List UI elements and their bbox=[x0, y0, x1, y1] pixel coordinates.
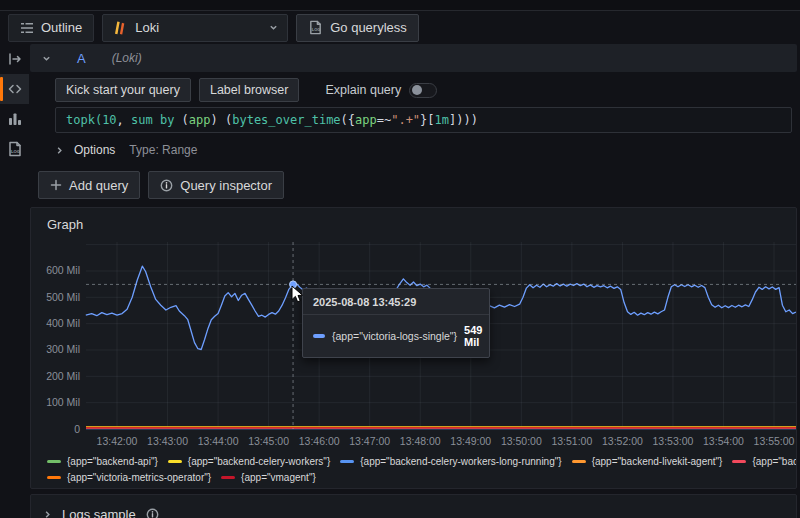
sidebar-item-logs[interactable]: LOG bbox=[0, 134, 29, 164]
svg-text:200 Mil: 200 Mil bbox=[46, 370, 80, 382]
legend-series-label: {app="vmagent"} bbox=[241, 472, 316, 483]
svg-text:13:42:00: 13:42:00 bbox=[97, 435, 138, 447]
legend-item[interactable]: {app="backend-celery-workers"} bbox=[168, 456, 330, 467]
legend-series-marker bbox=[572, 460, 586, 463]
svg-text:13:43:00: 13:43:00 bbox=[147, 435, 188, 447]
legend-item[interactable]: {app="backend-ws"} bbox=[732, 456, 796, 467]
legend-series-marker bbox=[732, 460, 746, 463]
tooltip-series-marker bbox=[313, 334, 325, 338]
logs-sample-label: Logs sample bbox=[62, 507, 136, 518]
svg-text:0: 0 bbox=[74, 423, 80, 435]
label-browser-button[interactable]: Label browser bbox=[199, 78, 300, 102]
mouse-cursor bbox=[291, 285, 304, 307]
svg-text:400 Mil: 400 Mil bbox=[46, 317, 80, 329]
sidebar-item-collapse[interactable] bbox=[0, 44, 29, 74]
queryless-log-icon: LOG bbox=[308, 20, 323, 35]
query-collapse-chevron-icon[interactable] bbox=[42, 54, 51, 63]
graph-legend: {app="backend-api"}{app="backend-celery-… bbox=[47, 453, 796, 485]
logs-sample-section[interactable]: Logs sample bbox=[30, 494, 797, 518]
query-actions: Add query Query inspector bbox=[38, 171, 797, 199]
chevron-down-icon bbox=[269, 23, 278, 32]
legend-series-label: {app="victoria-metrics-operator"} bbox=[67, 472, 211, 483]
explore-toolbar: Outline Loki LOG Go queryless bbox=[0, 11, 800, 44]
svg-text:13:49:00: 13:49:00 bbox=[450, 435, 491, 447]
svg-text:13:44:00: 13:44:00 bbox=[198, 435, 239, 447]
explain-query-label: Explain query bbox=[325, 83, 401, 97]
tooltip-series-label: {app="victoria-logs-single"} bbox=[332, 330, 457, 342]
legend-row: {app="backend-api"}{app="backend-celery-… bbox=[47, 453, 796, 469]
outline-button[interactable]: Outline bbox=[8, 14, 94, 42]
query-inspector-button[interactable]: Query inspector bbox=[148, 171, 284, 199]
svg-text:300 Mil: 300 Mil bbox=[46, 343, 80, 355]
svg-text:LOG: LOG bbox=[11, 149, 20, 154]
svg-text:13:54:00: 13:54:00 bbox=[703, 435, 744, 447]
svg-text:LOG: LOG bbox=[312, 27, 321, 32]
toggle-knob bbox=[412, 85, 422, 95]
window-top-strip bbox=[0, 0, 800, 11]
svg-text:600 Mil: 600 Mil bbox=[46, 264, 80, 276]
plus-icon bbox=[50, 179, 62, 191]
label-browser-label: Label browser bbox=[210, 83, 289, 97]
legend-series-label: {app="backend-api"} bbox=[67, 456, 158, 467]
graph-tooltip: 2025-08-08 13:45:29 {app="victoria-logs-… bbox=[302, 288, 490, 358]
loki-logo-icon bbox=[112, 20, 127, 35]
query-ref-id: A bbox=[77, 51, 86, 66]
legend-series-marker bbox=[47, 476, 61, 479]
query-editor-toolbar: Kick start your query Label browser Expl… bbox=[55, 78, 797, 102]
sidebar-item-code-editor[interactable] bbox=[0, 74, 29, 104]
query-inspector-label: Query inspector bbox=[180, 178, 272, 193]
query-options-row[interactable]: Options Type: Range bbox=[55, 138, 792, 162]
add-query-label: Add query bbox=[69, 178, 128, 193]
legend-series-label: {app="backend-celery-workers-long-runnin… bbox=[360, 456, 561, 467]
legend-item[interactable]: {app="vmagent"} bbox=[221, 472, 316, 483]
kickstart-query-button[interactable]: Kick start your query bbox=[55, 78, 191, 102]
svg-text:13:55:00: 13:55:00 bbox=[754, 435, 795, 447]
add-query-button[interactable]: Add query bbox=[38, 171, 140, 199]
info-icon bbox=[160, 179, 173, 192]
query-expression-text: topk(10, sum by (app) (bytes_over_time({… bbox=[66, 113, 478, 127]
legend-series-marker bbox=[47, 460, 61, 463]
svg-text:13:48:00: 13:48:00 bbox=[400, 435, 441, 447]
logs-icon: LOG bbox=[7, 141, 23, 157]
legend-series-label: {app="backend-celery-workers"} bbox=[188, 456, 330, 467]
datasource-picker[interactable]: Loki bbox=[102, 14, 288, 42]
legend-item[interactable]: {app="backend-celery-workers-long-runnin… bbox=[340, 456, 561, 467]
query-row-header: A (Loki) bbox=[30, 44, 797, 72]
outline-button-label: Outline bbox=[41, 20, 82, 35]
svg-text:13:52:00: 13:52:00 bbox=[602, 435, 643, 447]
query-datasource-hint: (Loki) bbox=[112, 51, 142, 65]
options-chevron-icon bbox=[55, 146, 64, 155]
tooltip-series-row: {app="victoria-logs-single"} 549 Mil bbox=[303, 315, 489, 357]
visualization-icon bbox=[7, 111, 23, 127]
legend-item[interactable]: {app="backend-livekit-agent"} bbox=[572, 456, 723, 467]
tooltip-series-value: 549 Mil bbox=[464, 324, 482, 348]
svg-text:13:45:00: 13:45:00 bbox=[248, 435, 289, 447]
svg-text:13:51:00: 13:51:00 bbox=[551, 435, 592, 447]
grafana-explore-page: { "toolbar": { "outline_label": "Outline… bbox=[0, 0, 800, 518]
datasource-name: Loki bbox=[135, 20, 159, 35]
go-queryless-button[interactable]: LOG Go queryless bbox=[296, 14, 419, 42]
code-editor-icon bbox=[7, 81, 23, 97]
svg-text:500 Mil: 500 Mil bbox=[46, 291, 80, 303]
explain-query-toggle[interactable] bbox=[409, 83, 437, 98]
legend-item[interactable]: {app="backend-api"} bbox=[47, 456, 158, 467]
legend-series-label: {app="backend-livekit-agent"} bbox=[592, 456, 723, 467]
legend-series-marker bbox=[168, 460, 182, 463]
outline-icon bbox=[20, 21, 34, 35]
options-label: Options bbox=[74, 143, 115, 157]
svg-text:13:46:00: 13:46:00 bbox=[299, 435, 340, 447]
editor-mode-sidebar: LOG bbox=[0, 44, 29, 518]
options-summary: Type: Range bbox=[129, 143, 197, 157]
explore-content: A (Loki) Kick start your query Label bro… bbox=[30, 44, 797, 518]
logs-sample-chevron-icon bbox=[43, 510, 52, 518]
kickstart-query-label: Kick start your query bbox=[66, 83, 180, 97]
sidebar-item-visualization[interactable] bbox=[0, 104, 29, 134]
explain-query-control: Explain query bbox=[325, 83, 437, 98]
legend-item[interactable]: {app="victoria-metrics-operator"} bbox=[47, 472, 211, 483]
svg-text:13:50:00: 13:50:00 bbox=[501, 435, 542, 447]
svg-text:100 Mil: 100 Mil bbox=[46, 396, 80, 408]
legend-series-label: {app="backend-ws"} bbox=[752, 456, 796, 467]
query-expression-input[interactable]: topk(10, sum by (app) (bytes_over_time({… bbox=[55, 107, 792, 133]
svg-text:13:47:00: 13:47:00 bbox=[349, 435, 390, 447]
logs-sample-info-icon bbox=[146, 508, 159, 518]
